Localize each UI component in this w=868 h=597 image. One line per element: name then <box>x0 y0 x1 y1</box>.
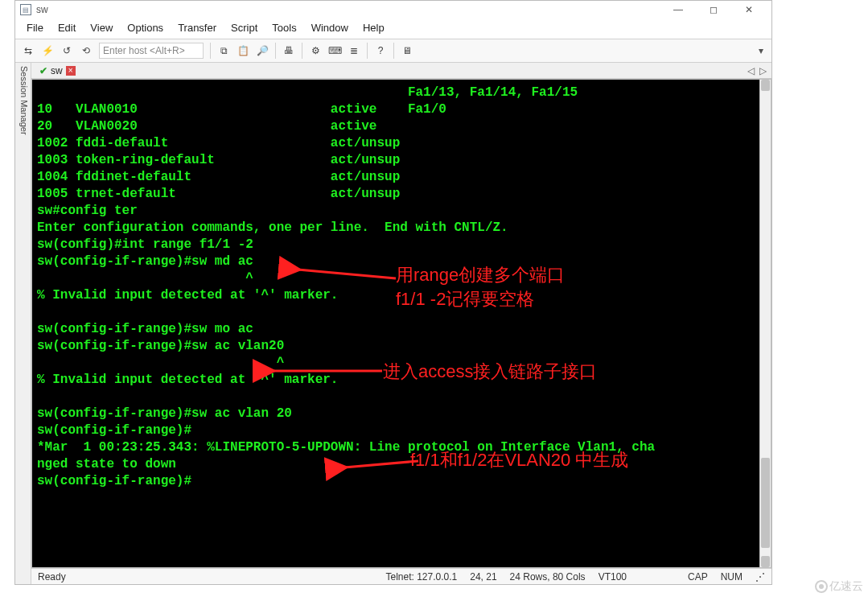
maximize-button[interactable]: ◻ <box>696 2 731 18</box>
tab-nav: ◁ ▷ <box>747 65 768 76</box>
window-title: sw <box>36 4 48 15</box>
scroll-up-icon[interactable] <box>761 80 770 91</box>
workarea: ✔ sw × ◁ ▷ Fa1/13, Fa1/14, Fa1/15 10 VLA… <box>31 63 771 584</box>
session-manager-sidebar[interactable]: Session Manager <box>15 63 31 584</box>
options-icon[interactable]: ⚙ <box>306 42 324 60</box>
connect-icon[interactable]: ⇆ <box>19 42 37 60</box>
terminal-output[interactable]: Fa1/13, Fa1/14, Fa1/15 10 VLAN0010 activ… <box>32 80 759 567</box>
help-icon[interactable]: ? <box>372 42 389 60</box>
annotation-vlan20: f1/1和f1/2在VLAN20 中生成 <box>410 448 628 472</box>
menu-transfer[interactable]: Transfer <box>171 20 223 35</box>
scroll-down-icon[interactable] <box>761 556 770 567</box>
resize-grip-icon[interactable]: ⋰ <box>749 571 771 583</box>
toolbar: ⇆ ⚡ ↺ ⟲ Enter host <Alt+R> ⧉ 📋 🔎 🖶 ⚙ ⌨ ≣… <box>15 39 771 63</box>
menu-help[interactable]: Help <box>356 20 391 35</box>
tab-prev-icon[interactable]: ◁ <box>747 65 755 76</box>
close-button[interactable]: ✕ <box>731 2 767 18</box>
print-icon[interactable]: 🖶 <box>280 42 298 60</box>
status-emulation: VT100 <box>592 571 633 583</box>
menu-options[interactable]: Options <box>121 20 170 35</box>
annotation-range: 用range创建多个端口 f1/1 -2记得要空格 <box>396 263 565 311</box>
terminal-container: Fa1/13, Fa1/14, Fa1/15 10 VLAN0010 activ… <box>31 79 771 568</box>
toolbar-overflow-icon[interactable]: ▾ <box>754 45 768 56</box>
separator <box>210 43 211 59</box>
menu-window[interactable]: Window <box>305 20 355 35</box>
separator <box>275 43 276 59</box>
watermark-logo-icon <box>815 580 828 593</box>
tab-connected-icon: ✔ <box>39 65 47 76</box>
status-connection: Telnet: 127.0.0.1 <box>379 571 463 583</box>
annotation-access: 进入access接入链路子接口 <box>383 360 597 384</box>
status-cursor: 24, 21 <box>463 571 503 583</box>
titlebar: ▤ sw — ◻ ✕ <box>15 1 771 19</box>
separator <box>367 43 368 59</box>
tab-next-icon[interactable]: ▷ <box>759 65 767 76</box>
keyboard-icon[interactable]: ⌨ <box>326 42 343 60</box>
status-num: NUM <box>714 571 749 583</box>
reconnect-icon[interactable]: ↺ <box>58 42 76 60</box>
host-input[interactable]: Enter host <Alt+R> <box>99 43 204 59</box>
script-icon[interactable]: ≣ <box>345 42 363 60</box>
session-tabbar: ✔ sw × ◁ ▷ <box>31 63 771 79</box>
separator <box>302 43 302 59</box>
tab-close-icon[interactable]: × <box>66 66 76 76</box>
menubar: File Edit View Options Transfer Script T… <box>15 19 771 39</box>
watermark-text: 亿速云 <box>829 579 863 594</box>
disconnect-icon[interactable]: ⟲ <box>77 42 95 60</box>
status-caps: CAP <box>681 571 714 583</box>
menu-view[interactable]: View <box>84 20 119 35</box>
copy-icon[interactable]: ⧉ <box>215 42 232 60</box>
status-ready: Ready <box>31 571 72 583</box>
paste-icon[interactable]: 📋 <box>234 42 252 60</box>
minimize-button[interactable]: — <box>660 2 696 18</box>
session-tab-sw[interactable]: ✔ sw × <box>35 64 80 77</box>
vertical-scrollbar[interactable] <box>759 80 771 567</box>
menu-file[interactable]: File <box>20 20 50 35</box>
quick-connect-icon[interactable]: ⚡ <box>39 42 56 60</box>
status-dimensions: 24 Rows, 80 Cols <box>504 571 592 583</box>
client-area: Session Manager ✔ sw × ◁ ▷ Fa1 <box>15 63 771 584</box>
host-placeholder: Enter host <Alt+R> <box>103 45 185 56</box>
app-icon: ▤ <box>20 4 31 15</box>
separator <box>393 43 394 59</box>
app-window: ▤ sw — ◻ ✕ File Edit View Options Transf… <box>14 0 772 585</box>
scroll-thumb[interactable] <box>761 458 770 548</box>
statusbar: Ready Telnet: 127.0.0.1 24, 21 24 Rows, … <box>31 568 771 584</box>
menu-tools[interactable]: Tools <box>265 20 302 35</box>
sftp-icon[interactable]: 🖥 <box>398 42 416 60</box>
find-icon[interactable]: 🔎 <box>253 42 271 60</box>
menu-script[interactable]: Script <box>224 20 264 35</box>
menu-edit[interactable]: Edit <box>51 20 82 35</box>
watermark: 亿速云 <box>815 579 863 594</box>
tab-label: sw <box>51 65 63 76</box>
